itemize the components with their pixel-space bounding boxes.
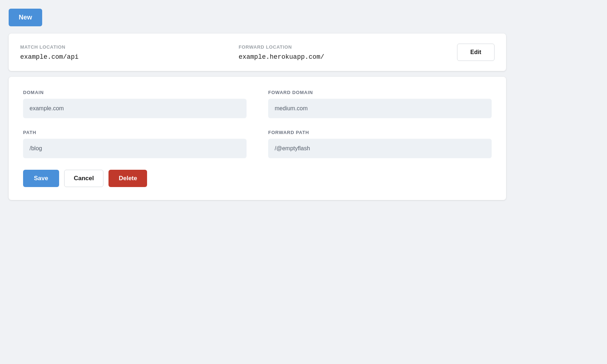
match-location-label: MATCH LOCATION bbox=[20, 44, 239, 50]
form-grid: DOMAIN FOWARD DOMAIN PATH FORWARD PATH bbox=[23, 90, 492, 158]
forward-path-input[interactable] bbox=[268, 139, 492, 158]
domain-input[interactable] bbox=[23, 99, 247, 118]
new-button[interactable]: New bbox=[9, 9, 42, 26]
match-location-section: MATCH LOCATION example.com/api bbox=[20, 44, 239, 61]
forward-location-label: FORWARD LOCATION bbox=[239, 44, 457, 50]
save-button[interactable]: Save bbox=[23, 170, 59, 187]
forward-path-group: FORWARD PATH bbox=[268, 130, 492, 158]
edit-button[interactable]: Edit bbox=[457, 44, 495, 61]
forward-location-section: FORWARD LOCATION example.herokuapp.com/ bbox=[239, 44, 457, 61]
forward-location-value: example.herokuapp.com/ bbox=[239, 53, 457, 61]
domain-group: DOMAIN bbox=[23, 90, 247, 118]
delete-button[interactable]: Delete bbox=[108, 170, 147, 187]
form-actions: Save Cancel Delete bbox=[23, 170, 492, 187]
path-label: PATH bbox=[23, 130, 247, 135]
path-group: PATH bbox=[23, 130, 247, 158]
match-location-value: example.com/api bbox=[20, 53, 239, 61]
cancel-button[interactable]: Cancel bbox=[64, 170, 104, 187]
forward-domain-label: FOWARD DOMAIN bbox=[268, 90, 492, 95]
forward-path-label: FORWARD PATH bbox=[268, 130, 492, 135]
forward-domain-input[interactable] bbox=[268, 99, 492, 118]
domain-label: DOMAIN bbox=[23, 90, 247, 95]
form-card: DOMAIN FOWARD DOMAIN PATH FORWARD PATH S… bbox=[9, 77, 506, 200]
forward-domain-group: FOWARD DOMAIN bbox=[268, 90, 492, 118]
rule-card: MATCH LOCATION example.com/api FORWARD L… bbox=[9, 34, 506, 71]
path-input[interactable] bbox=[23, 139, 247, 158]
